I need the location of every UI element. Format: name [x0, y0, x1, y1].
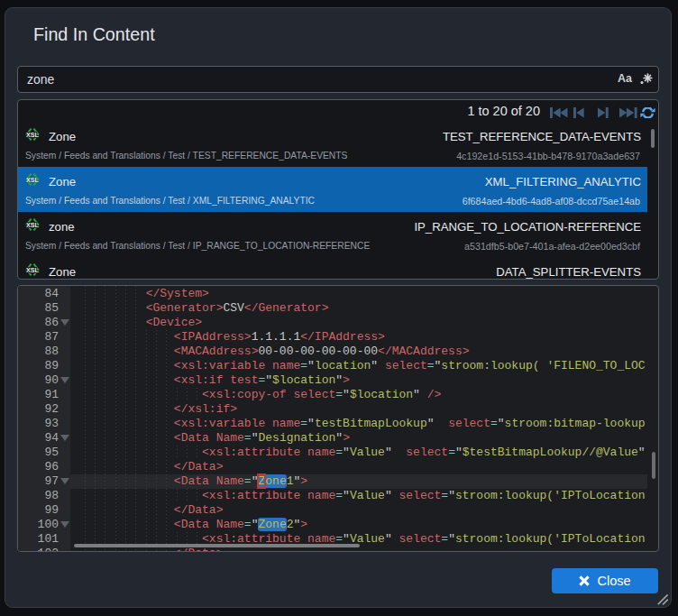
svg-text:XSL: XSL	[26, 130, 40, 138]
svg-text:XSL: XSL	[26, 265, 40, 273]
svg-text:XSL: XSL	[26, 175, 40, 183]
svg-text:XSL: XSL	[26, 220, 40, 228]
